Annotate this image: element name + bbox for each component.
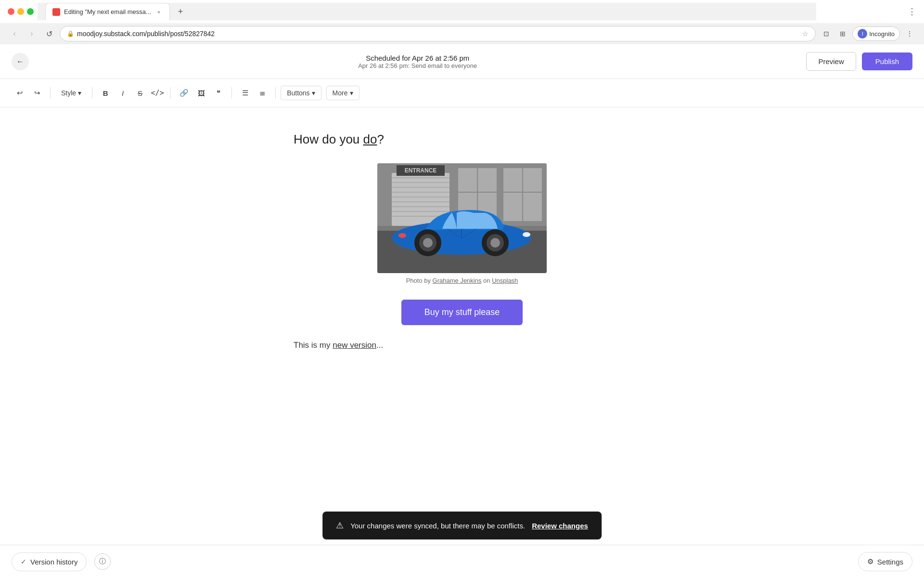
reload-icon: ↺ <box>46 29 52 39</box>
forward-nav-button[interactable]: › <box>25 27 38 40</box>
more-dropdown-arrow: ▾ <box>350 89 353 97</box>
strikethrough-button[interactable]: S <box>132 85 148 101</box>
cta-button-wrap: Buy my stuff please <box>294 300 630 325</box>
browser-menu-icon[interactable]: ⋮ <box>908 6 916 17</box>
list-group: ☰ ≣ <box>237 85 270 101</box>
settings-button[interactable]: ⚙ Settings <box>858 552 912 571</box>
quote-icon: ❝ <box>217 89 220 97</box>
post-image-wrap: ENTRANCE <box>294 163 630 284</box>
conflict-message: Your changes were synced, but there may … <box>350 522 525 530</box>
redo-icon: ↪ <box>34 89 40 97</box>
svg-point-27 <box>490 238 500 248</box>
back-arrow-icon: ← <box>16 57 24 66</box>
post-text-after: ... <box>376 341 383 350</box>
text-format-group: B I S </> <box>97 85 166 101</box>
forward-nav-icon: › <box>30 29 33 38</box>
undo-button[interactable]: ↩ <box>12 85 28 101</box>
svg-point-24 <box>423 238 433 248</box>
editor-scroll-area[interactable]: How do you do? <box>0 107 924 375</box>
profile-button[interactable]: I Incognito <box>852 26 900 41</box>
link-icon: 🔗 <box>180 89 189 97</box>
svg-point-29 <box>398 233 406 238</box>
caption-link-photographer[interactable]: Grahame Jenkins <box>433 277 482 284</box>
car-image-svg: ENTRANCE <box>377 163 547 273</box>
maximize-window-button[interactable] <box>27 8 34 15</box>
split-view-icon[interactable]: ⊞ <box>836 27 849 40</box>
tab-close-button[interactable]: × <box>155 8 163 16</box>
svg-text:ENTRANCE: ENTRANCE <box>405 167 437 174</box>
close-window-button[interactable] <box>8 8 14 15</box>
back-button[interactable]: ← <box>12 53 29 70</box>
address-bar-input-wrap[interactable]: 🔒 moodjoy.substack.com/publish/post/5282… <box>60 26 816 41</box>
bottom-right: ⚙ Settings <box>858 552 912 571</box>
info-button[interactable]: ⓘ <box>94 553 111 570</box>
bottom-left: ✓ Version history ⓘ <box>12 552 111 571</box>
publish-button[interactable]: Publish <box>862 53 912 70</box>
svg-point-28 <box>523 232 530 237</box>
review-changes-link[interactable]: Review changes <box>532 522 588 530</box>
redo-button[interactable]: ↪ <box>29 85 45 101</box>
image-caption: Photo by Grahame Jenkins on Unsplash <box>406 277 518 284</box>
back-nav-button[interactable]: ‹ <box>8 27 21 40</box>
style-dropdown-button[interactable]: Style ▾ <box>55 86 87 100</box>
post-heading[interactable]: How do you do? <box>294 131 630 148</box>
image-button[interactable]: 🖼 <box>193 85 209 101</box>
buttons-label: Buttons <box>287 89 309 97</box>
new-tab-button[interactable]: + <box>174 5 187 18</box>
quote-button[interactable]: ❝ <box>210 85 227 101</box>
title-bar: Editing "My next email messa... × + ⋮ <box>0 0 924 23</box>
schedule-title: Scheduled for Apr 26 at 2:56 pm <box>366 54 469 62</box>
tab-favicon <box>52 8 60 16</box>
bottom-bar: ✓ Version history ⓘ ⚙ Settings <box>0 545 924 578</box>
toolbar-divider-2 <box>92 87 92 99</box>
lock-icon: 🔒 <box>67 30 74 37</box>
minimize-window-button[interactable] <box>17 8 24 15</box>
buttons-dropdown-button[interactable]: Buttons ▾ <box>281 86 321 100</box>
tab-title: Editing "My next email messa... <box>64 8 151 15</box>
browser-tab[interactable]: Editing "My next email messa... × <box>45 3 170 20</box>
svg-point-33 <box>503 226 510 230</box>
bullet-list-button[interactable]: ☰ <box>237 85 253 101</box>
image-icon: 🖼 <box>198 89 205 97</box>
profile-label: Incognito <box>869 30 895 38</box>
post-text-underline: new version <box>333 341 376 350</box>
heading-underline: do <box>363 132 377 146</box>
code-button[interactable]: </> <box>149 85 166 101</box>
star-icon[interactable]: ☆ <box>802 30 808 38</box>
toolbar-divider-1 <box>50 87 51 99</box>
app-header: ← Scheduled for Apr 26 at 2:56 pm Apr 26… <box>0 44 924 79</box>
style-label: Style <box>61 89 76 97</box>
cta-button[interactable]: Buy my stuff please <box>401 300 523 325</box>
more-dropdown-button[interactable]: More ▾ <box>326 86 359 100</box>
heading-text-after: ? <box>377 132 384 146</box>
back-nav-icon: ‹ <box>13 29 15 38</box>
bold-button[interactable]: B <box>97 85 114 101</box>
post-image[interactable]: ENTRANCE <box>377 163 547 273</box>
schedule-subtitle: Apr 26 at 2:56 pm: Send email to everyon… <box>358 62 477 69</box>
heading-text-before: How do you <box>294 132 363 146</box>
preview-button[interactable]: Preview <box>806 52 856 71</box>
bookmark-icon[interactable]: ⊡ <box>820 27 833 40</box>
numbered-list-button[interactable]: ≣ <box>254 85 270 101</box>
tab-bar: Editing "My next email messa... × + <box>38 3 816 20</box>
version-history-label: Version history <box>30 558 77 566</box>
insert-group: 🔗 🖼 ❝ <box>176 85 227 101</box>
toolbar-divider-5 <box>275 87 276 99</box>
conflict-banner: ⚠ Your changes were synced, but there ma… <box>322 512 602 539</box>
italic-button[interactable]: I <box>115 85 131 101</box>
caption-link-unsplash[interactable]: Unsplash <box>492 277 518 284</box>
numbered-list-icon: ≣ <box>259 89 266 97</box>
post-text[interactable]: This is my new version... <box>294 339 630 352</box>
header-left: ← <box>12 53 29 70</box>
browser-settings-icon[interactable]: ⋮ <box>903 27 916 40</box>
avatar-icon: I <box>858 29 867 39</box>
post-text-before: This is my <box>294 341 333 350</box>
toolbar-divider-3 <box>170 87 171 99</box>
traffic-lights <box>8 8 34 15</box>
link-button[interactable]: 🔗 <box>176 85 192 101</box>
address-bar: ‹ › ↺ 🔒 moodjoy.substack.com/publish/pos… <box>0 23 924 44</box>
settings-gear-icon: ⚙ <box>867 557 873 566</box>
buttons-dropdown-arrow: ▾ <box>312 89 315 97</box>
reload-button[interactable]: ↺ <box>42 27 56 40</box>
version-history-button[interactable]: ✓ Version history <box>12 552 87 571</box>
